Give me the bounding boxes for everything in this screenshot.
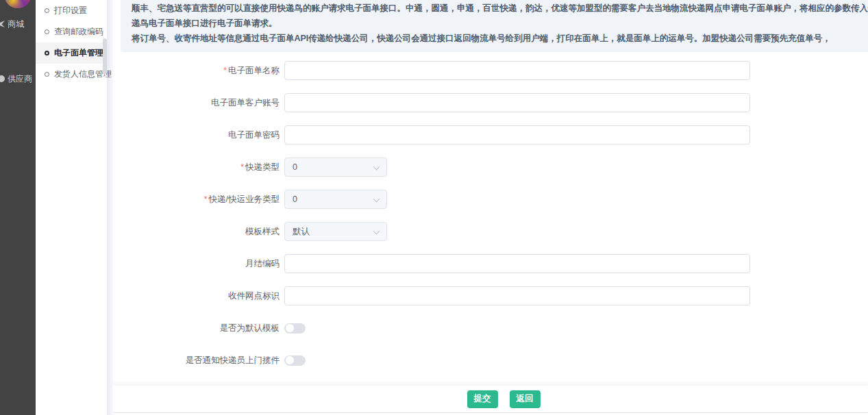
form-row: *快递/快运业务类型 0: [113, 190, 868, 209]
form-row: 是否为默认模板: [113, 318, 868, 338]
menu-item-label: 查询邮政编码: [54, 26, 103, 38]
field-label: *电子面单名称: [113, 65, 280, 77]
field-label: 月结编码: [113, 258, 280, 270]
mall-icon: [0, 21, 5, 27]
secondary-sidebar: 打印设置 查询邮政编码 电子面单管理 发货人信息管理: [36, 0, 107, 415]
form-row: 月结编码: [113, 254, 868, 273]
form-footer-bar: 提交 返回: [113, 386, 868, 413]
info-banner: 顺丰、宅急送等直营型的可以直接使用快递鸟的账户请求电子面单接口。中通，圆通，申通…: [121, 0, 868, 52]
menu-scrollbar-thumb[interactable]: [103, 38, 107, 74]
info-banner-line2: 将订单号、收寄件地址等信息通过电子面单API传递给快递公司，快递公司会通过接口返…: [132, 31, 868, 46]
sidebar-item-supplier[interactable]: 供应商: [0, 72, 36, 86]
express-business-type-select[interactable]: 0: [284, 190, 387, 209]
menu-item-label: 打印设置: [54, 5, 87, 16]
submit-button[interactable]: 提交: [467, 390, 498, 408]
sidebar-item-mall[interactable]: 商城: [0, 17, 36, 31]
field-label: 模板样式: [113, 226, 280, 238]
form-row: 电子面单客户账号: [113, 93, 868, 112]
form-row: *快递类型 0: [113, 158, 868, 177]
menu-item-sender-info-management[interactable]: 发货人信息管理: [36, 64, 107, 85]
field-label: *快递/快运业务类型: [113, 194, 280, 205]
form-row: 电子面单密码: [113, 125, 868, 144]
field-label: 电子面单客户账号: [113, 97, 280, 109]
waybill-account-field[interactable]: [284, 93, 750, 112]
required-marker: *: [223, 66, 227, 75]
menu-item-ewaybill-management[interactable]: 电子面单管理: [36, 42, 107, 64]
form-row: 模板样式 默认: [113, 222, 868, 241]
menu-item-label: 电子面单管理: [54, 47, 103, 59]
menu-item-print-settings[interactable]: 打印设置: [36, 0, 107, 21]
express-type-select[interactable]: 0: [284, 158, 387, 177]
form-row: *电子面单名称: [113, 61, 868, 80]
select-value: 默认: [293, 226, 310, 238]
select-value: 0: [293, 162, 297, 172]
field-label: 电子面单密码: [113, 129, 280, 141]
chevron-down-icon: [373, 196, 380, 203]
main-content: 顺丰、宅急送等直营型的可以直接使用快递鸟的账户请求电子面单接口。中通，圆通，申通…: [113, 0, 868, 415]
back-button[interactable]: 返回: [510, 390, 541, 408]
circle-icon: [45, 29, 49, 34]
scrollbar-track[interactable]: [107, 0, 113, 415]
switch-knob: [286, 356, 294, 364]
chevron-down-icon: [373, 228, 380, 235]
form-row: 收件网点标识: [113, 286, 868, 305]
monthly-code-field[interactable]: [284, 254, 750, 273]
circle-icon: [45, 8, 49, 13]
supplier-icon: [0, 75, 5, 82]
footer-button-group: 提交 返回: [467, 390, 541, 408]
required-marker: *: [204, 194, 208, 204]
default-template-switch[interactable]: [284, 323, 306, 334]
template-style-select[interactable]: 默认: [284, 222, 387, 241]
app-logo[interactable]: [4, 0, 32, 8]
menu-item-postal-code-lookup[interactable]: 查询邮政编码: [36, 21, 107, 42]
switch-knob: [286, 324, 294, 332]
primary-sidebar: 商城 供应商: [0, 0, 36, 415]
waybill-name-field[interactable]: [284, 61, 750, 80]
field-label: 收件网点标识: [113, 290, 280, 302]
form-row: 是否通知快递员上门揽件: [113, 351, 868, 370]
circle-icon: [45, 72, 49, 77]
field-label: 是否为默认模板: [113, 323, 280, 334]
ewaybill-form: *电子面单名称 电子面单客户账号 电子面单密码 *快递类型 0 *快递/快运业务…: [113, 61, 868, 383]
circle-icon: [45, 51, 49, 55]
field-label: 是否通知快递员上门揽件: [113, 355, 280, 366]
waybill-password-field[interactable]: [284, 125, 750, 144]
required-marker: *: [240, 162, 244, 172]
sidebar-item-label: 商城: [8, 18, 24, 30]
sidebar-item-label: 供应商: [8, 73, 32, 85]
receive-site-field[interactable]: [284, 286, 750, 305]
select-value: 0: [293, 194, 297, 204]
field-label: *快递类型: [113, 162, 280, 173]
app-window: 商城 供应商 打印设置 查询邮政编码 电子面单管理 发货人信息管理 顺丰、宅急送…: [0, 0, 868, 415]
notify-courier-switch[interactable]: [284, 355, 306, 366]
info-banner-line1: 顺丰、宅急送等直营型的可以直接使用快递鸟的账户请求电子面单接口。中通，圆通，申通…: [132, 1, 868, 31]
chevron-down-icon: [373, 164, 380, 171]
